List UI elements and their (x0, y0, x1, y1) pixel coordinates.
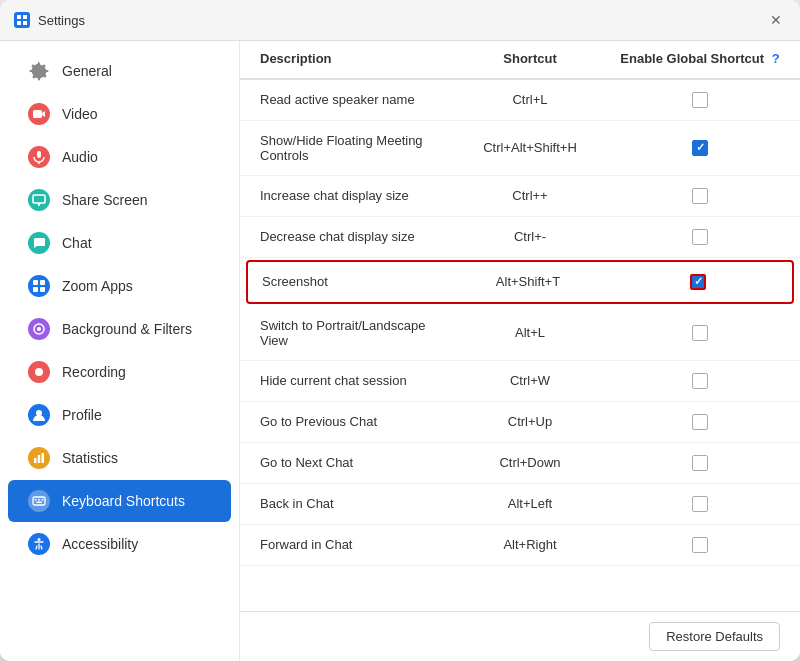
table-row: Back in Chat Alt+Left (240, 484, 800, 525)
recording-icon (28, 361, 50, 383)
th-enable-global: Enable Global Shortcut ? (620, 51, 780, 68)
footer: Restore Defaults (240, 611, 800, 661)
background-filters-icon (28, 318, 50, 340)
help-icon[interactable]: ? (772, 51, 780, 66)
statistics-icon (28, 447, 50, 469)
row-shortcut: Alt+L (440, 325, 620, 340)
sidebar-label-accessibility: Accessibility (62, 536, 138, 552)
svg-rect-21 (33, 497, 45, 505)
row-enable (620, 496, 780, 512)
audio-icon (28, 146, 50, 168)
svg-point-26 (38, 538, 41, 541)
global-shortcut-checkbox[interactable] (692, 414, 708, 430)
sidebar-item-keyboard-shortcuts[interactable]: Keyboard Shortcuts (8, 480, 231, 522)
svg-rect-20 (42, 453, 45, 463)
global-shortcut-checkbox[interactable] (692, 229, 708, 245)
sidebar-label-share-screen: Share Screen (62, 192, 148, 208)
global-shortcut-checkbox[interactable] (692, 537, 708, 553)
global-shortcut-checkbox[interactable] (692, 140, 708, 156)
sidebar-label-zoom-apps: Zoom Apps (62, 278, 133, 294)
sidebar-label-audio: Audio (62, 149, 98, 165)
row-shortcut: Ctrl+- (440, 229, 620, 244)
keyboard-shortcuts-icon (28, 490, 50, 512)
table-row: Read active speaker name Ctrl+L (240, 79, 800, 121)
restore-defaults-button[interactable]: Restore Defaults (649, 622, 780, 651)
table-row: Decrease chat display size Ctrl+- (240, 217, 800, 258)
shortcuts-table: Description Shortcut Enable Global Short… (240, 41, 800, 611)
sidebar-item-video[interactable]: Video (8, 93, 231, 135)
sidebar-item-chat[interactable]: Chat (8, 222, 231, 264)
main-content: General Video (0, 41, 800, 661)
svg-rect-10 (33, 280, 38, 285)
svg-rect-13 (40, 287, 45, 292)
sidebar-item-statistics[interactable]: Statistics (8, 437, 231, 479)
svg-rect-19 (38, 455, 41, 463)
sidebar-item-recording[interactable]: Recording (8, 351, 231, 393)
settings-window: Settings ✕ General (0, 0, 800, 661)
sidebar-label-statistics: Statistics (62, 450, 118, 466)
global-shortcut-checkbox[interactable] (692, 455, 708, 471)
global-shortcut-checkbox[interactable] (692, 496, 708, 512)
row-shortcut: Ctrl+Alt+Shift+H (440, 140, 620, 155)
row-shortcut: Ctrl++ (440, 188, 620, 203)
row-description: Forward in Chat (260, 537, 440, 552)
row-description: Switch to Portrait/Landscape View (260, 318, 440, 348)
sidebar-item-audio[interactable]: Audio (8, 136, 231, 178)
global-shortcut-checkbox-screenshot[interactable] (690, 274, 706, 290)
svg-rect-25 (36, 502, 42, 504)
svg-rect-11 (40, 280, 45, 285)
svg-rect-18 (34, 458, 37, 463)
svg-point-16 (35, 368, 43, 376)
row-enable (620, 92, 780, 108)
zoom-apps-icon (28, 275, 50, 297)
sidebar-label-general: General (62, 63, 112, 79)
table-row: Switch to Portrait/Landscape View Alt+L (240, 306, 800, 361)
table-row: Hide current chat session Ctrl+W (240, 361, 800, 402)
share-screen-icon (28, 189, 50, 211)
table-row-screenshot: Screenshot Alt+Shift+T (246, 260, 794, 304)
row-enable (620, 537, 780, 553)
table-row: Increase chat display size Ctrl++ (240, 176, 800, 217)
row-shortcut: Alt+Right (440, 537, 620, 552)
row-enable (620, 373, 780, 389)
row-description: Decrease chat display size (260, 229, 440, 244)
global-shortcut-checkbox[interactable] (692, 188, 708, 204)
sidebar-item-share-screen[interactable]: Share Screen (8, 179, 231, 221)
svg-rect-1 (23, 15, 27, 19)
row-description: Go to Next Chat (260, 455, 440, 470)
row-shortcut: Ctrl+Up (440, 414, 620, 429)
global-shortcut-checkbox[interactable] (692, 92, 708, 108)
sidebar-item-zoom-apps[interactable]: Zoom Apps (8, 265, 231, 307)
svg-rect-3 (23, 21, 27, 25)
global-shortcut-checkbox[interactable] (692, 373, 708, 389)
table-header: Description Shortcut Enable Global Short… (240, 41, 800, 79)
sidebar-label-chat: Chat (62, 235, 92, 251)
table-row: Show/Hide Floating Meeting Controls Ctrl… (240, 121, 800, 176)
sidebar-item-accessibility[interactable]: Accessibility (8, 523, 231, 565)
svg-rect-6 (37, 151, 41, 158)
table-row: Go to Next Chat Ctrl+Down (240, 443, 800, 484)
svg-rect-2 (17, 21, 21, 25)
gear-icon (28, 60, 50, 82)
close-button[interactable]: ✕ (766, 10, 786, 30)
global-shortcut-checkbox[interactable] (692, 325, 708, 341)
row-description: Screenshot (262, 274, 438, 289)
window-title: Settings (38, 13, 766, 28)
row-enable (620, 140, 780, 156)
sidebar-item-profile[interactable]: Profile (8, 394, 231, 436)
sidebar-label-video: Video (62, 106, 98, 122)
row-enable (618, 274, 778, 290)
profile-icon (28, 404, 50, 426)
row-shortcut: Alt+Shift+T (438, 274, 618, 289)
sidebar-item-background-filters[interactable]: Background & Filters (8, 308, 231, 350)
table-row: Forward in Chat Alt+Right (240, 525, 800, 566)
svg-rect-0 (17, 15, 21, 19)
svg-rect-23 (38, 499, 40, 501)
row-enable (620, 455, 780, 471)
row-description: Show/Hide Floating Meeting Controls (260, 133, 440, 163)
sidebar-item-general[interactable]: General (8, 50, 231, 92)
app-icon (14, 12, 30, 28)
th-shortcut: Shortcut (440, 51, 620, 68)
chat-icon (28, 232, 50, 254)
table-row: Go to Previous Chat Ctrl+Up (240, 402, 800, 443)
